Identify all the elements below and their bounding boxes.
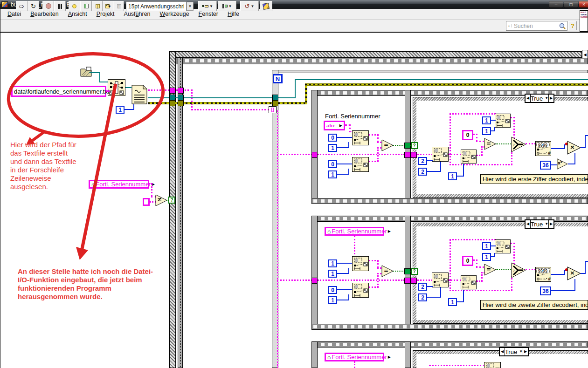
select-node-icon[interactable] [511,262,526,278]
select-node-icon[interactable] [511,136,526,152]
numeric-constant[interactable]: 1 [482,116,491,124]
string-subset-icon[interactable] [432,273,449,287]
tunnel[interactable] [411,152,417,158]
numeric-constant[interactable]: 1 [328,296,337,304]
numeric-constant[interactable]: 1 [328,270,337,278]
build-path-icon[interactable] [108,79,125,96]
tunnel[interactable] [311,278,318,284]
numeric-constant[interactable]: 0 [328,134,337,142]
numeric-constant[interactable]: 1 [328,259,337,267]
pause-button[interactable] [54,1,66,11]
local-variable-seriennummer[interactable]: ⌂Fortl. Seriennummer▶ [325,227,384,236]
context-help-button[interactable]: ? [568,21,577,30]
minimize-button[interactable]: – [549,1,563,8]
string-subset-icon[interactable] [495,113,511,128]
abort-button[interactable] [42,1,54,11]
case-dropdown-icon[interactable]: ▼ [545,96,548,100]
step-into-button[interactable]: ↓ [92,1,103,11]
numeric-constant[interactable]: 0 [328,160,337,168]
numeric-constant[interactable]: 36 [540,286,551,295]
retain-wire-values-button[interactable] [80,1,92,11]
multiply-node[interactable]: × [567,141,581,155]
string-subset-icon[interactable] [495,239,511,254]
comment-label[interactable]: Hier wird die zweite Ziffer decodiert, i… [480,300,588,310]
string-constant[interactable]: 0 [462,256,473,266]
file-path-constant[interactable]: data\fortlaufende_seriennummer.txt [11,86,106,97]
decimal-string-to-number-icon[interactable] [535,267,551,282]
tunnel[interactable] [404,278,410,284]
annotation-note-1[interactable]: Hier wird der Pfad für das Textfile erst… [10,141,113,191]
highlight-execution-button[interactable] [69,1,80,11]
case-next-icon[interactable]: ▶ [549,95,553,102]
maximize-button[interactable]: □ [564,1,578,8]
comment-label[interactable]: Hier wird die erste Ziffer decodiert, in… [480,174,588,184]
string-subset-icon[interactable] [352,130,369,145]
numeric-constant[interactable]: 36 [540,161,551,170]
run-button[interactable]: ⇨ [16,1,28,11]
search-history-dropdown[interactable]: ▪ [506,24,512,27]
case-dropdown-icon[interactable]: ▼ [519,350,523,354]
tunnel[interactable] [404,268,410,274]
reorder-objects-button[interactable]: ↺▼ [240,1,259,11]
tunnel[interactable] [404,143,410,149]
tunnel[interactable] [404,152,410,158]
read-text-file-icon[interactable] [131,85,148,104]
string-subset-icon[interactable] [352,256,369,271]
numeric-constant[interactable]: 1 [482,242,491,250]
case-selector[interactable]: ◀ True▼ ▶ [525,219,554,229]
annotation-note-2[interactable]: An dieser Stelle hatte ich noch die Date… [18,267,158,301]
string-subset-icon[interactable] [432,147,449,162]
font-selector[interactable]: 15pt Anwendungsschriftart [126,1,187,11]
string-subset-icon[interactable] [352,157,369,172]
distribute-objects-button[interactable]: ▼ [218,1,236,11]
case-selector[interactable]: ◀ True▼ ▶ [499,347,529,356]
align-objects-button[interactable]: ▼ [198,1,217,11]
tunnel[interactable] [169,88,175,94]
numeric-constant[interactable]: 1 [482,127,491,135]
case-selector-tunnel[interactable]: ? [411,142,418,149]
search-input[interactable] [512,23,559,29]
numeric-constant[interactable]: 1 [448,298,457,306]
equal-node[interactable]: = [381,265,394,277]
case-selector-tunnel[interactable]: ? [411,268,418,275]
read-count-constant[interactable]: 1 [116,106,125,114]
tunnel[interactable] [272,100,278,106]
case-prev-icon[interactable]: ◀ [526,220,530,228]
search-box[interactable]: ▪ [506,21,567,31]
multiply-node[interactable]: × [567,266,581,280]
numeric-constant[interactable]: 0 [328,286,337,294]
current-vi-path-icon[interactable] [80,67,92,77]
numeric-constant[interactable]: 2 [418,283,427,291]
string-terminal[interactable]: abc▶ [324,121,345,130]
string-subset-icon[interactable] [461,275,477,290]
tunnel[interactable] [178,100,184,106]
run-continuous-button[interactable]: ↻ [28,1,39,11]
numeric-constant[interactable]: 2 [418,168,427,176]
string-subset-icon[interactable] [484,362,501,368]
close-button[interactable]: × [579,1,588,8]
step-out-button[interactable]: ↑ [113,1,124,11]
tunnel[interactable] [311,152,318,158]
tunnel[interactable] [411,278,417,284]
loop-count-terminal[interactable]: N [273,74,283,83]
empty-string-constant[interactable] [143,198,150,206]
step-over-button[interactable]: ↷ [103,1,113,11]
numeric-constant[interactable]: 1 [448,172,457,180]
not-equal-node[interactable]: ≠ [155,194,167,206]
local-variable-seriennummer[interactable]: ⌂Fortl. Seriennummer▶ [325,353,384,361]
conditional-tunnel[interactable]: ? [168,197,175,204]
indexing-tunnel[interactable]: [] [269,106,277,113]
cleanup-diagram-button[interactable] [260,1,272,11]
case-next-icon[interactable]: ▶ [549,220,553,228]
tunnel[interactable] [178,88,184,94]
numeric-constant[interactable]: 2 [418,293,427,301]
equal-node[interactable]: = [484,264,496,276]
numeric-constant[interactable]: 1 [328,144,337,152]
string-constant[interactable]: 0 [462,130,473,140]
string-subset-icon[interactable] [352,283,369,298]
font-selector-dropdown[interactable]: ▼ [187,2,194,11]
string-subset-icon[interactable] [461,149,477,164]
numeric-constant[interactable]: 1 [482,253,491,261]
numeric-constant[interactable]: 2 [418,157,427,165]
decimal-string-to-number-icon[interactable] [535,141,551,156]
